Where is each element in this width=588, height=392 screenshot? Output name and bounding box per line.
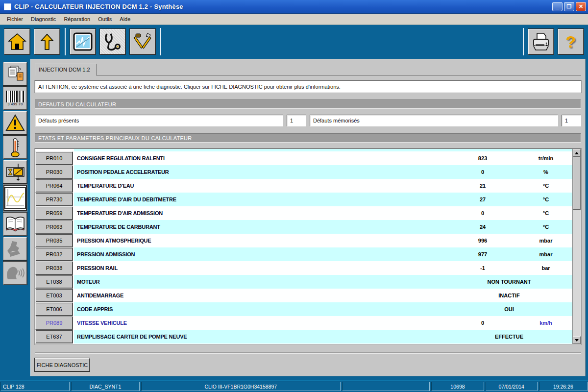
param-state-value: NON TOURNANT <box>446 279 572 285</box>
restore-button[interactable]: ❐ <box>564 2 574 11</box>
faults-memorized-field[interactable]: Défauts mémorisés <box>310 115 558 126</box>
param-code-button[interactable]: PR032 <box>35 247 73 261</box>
param-value: 0 <box>446 169 519 175</box>
param-row-pr035[interactable]: PR035PRESSION ATMOSPHERIQUE996mbar <box>35 234 572 247</box>
home-icon <box>8 33 26 50</box>
param-state-value: INACTIF <box>446 293 572 298</box>
param-code-button[interactable]: PR063 <box>35 220 73 234</box>
param-code-button[interactable]: PR038 <box>35 261 73 275</box>
thermometer-icon <box>8 138 23 157</box>
sidebar-barcode-button[interactable]: 3 499 70 <box>3 87 27 110</box>
menu-item-réparation[interactable]: Réparation <box>60 15 94 24</box>
param-code-button[interactable]: ET003 <box>35 289 73 302</box>
scroll-up-button[interactable] <box>573 149 581 157</box>
param-unit: % <box>519 169 572 175</box>
sidebar-actuator-button[interactable] <box>3 160 27 183</box>
special-tool-icon <box>5 239 25 259</box>
sidebar-manual-button[interactable] <box>3 213 27 236</box>
status-cell-2: CLIO III-VF1BR1G0H34158897 <box>141 382 341 391</box>
param-value: 27 <box>446 196 519 202</box>
param-label: TEMPERATURE DE CARBURANT <box>74 224 446 230</box>
close-button[interactable]: ✕ <box>576 2 586 11</box>
faults-row: Défauts présents 1 Défauts mémorisés 1 <box>35 115 581 126</box>
faults-present-field[interactable]: Défauts présents <box>35 115 283 126</box>
screens-button[interactable] <box>70 29 96 54</box>
param-code-button[interactable]: ET038 <box>35 275 73 289</box>
faults-memorized-count[interactable]: 1 <box>562 115 581 126</box>
sidebar-special-tool-button[interactable] <box>3 237 27 260</box>
status-bar: CLIP 128DIAC_SYNT1CLIO III-VF1BR1G0H3415… <box>0 380 588 392</box>
scrollbar-thumb[interactable] <box>573 157 581 210</box>
param-row-pr063[interactable]: PR063TEMPERATURE DE CARBURANT24°C <box>35 220 572 234</box>
param-row-et003[interactable]: ET003ANTIDEMARRAGEINACTIF <box>35 289 572 302</box>
fiche-diagnostic-button[interactable]: FICHE DIAGNOSTIC <box>35 358 90 371</box>
param-code-button[interactable]: PR010 <box>35 151 73 165</box>
param-row-pr089[interactable]: PR089VITESSE VEHICULE0km/h <box>35 316 572 330</box>
sidebar-documents-button[interactable] <box>3 62 27 85</box>
main-area: 3 499 70 <box>0 58 588 378</box>
sidebar-thermometer-button[interactable] <box>3 136 27 159</box>
menu-item-outils[interactable]: Outils <box>94 15 116 24</box>
param-code-button[interactable]: PR059 <box>35 206 73 220</box>
status-cell-3 <box>342 382 430 391</box>
minimize-button[interactable]: _ <box>552 2 563 11</box>
param-unit: °C <box>519 183 572 189</box>
app-icon <box>4 3 11 10</box>
sidebar-warning-button[interactable] <box>3 111 27 134</box>
sidebar-voice-button[interactable] <box>3 262 27 285</box>
param-row-pr064[interactable]: PR064TEMPERATURE D'EAU21°C <box>35 179 572 193</box>
diagnostic-button[interactable] <box>100 29 125 54</box>
sidebar-oscilloscope-button[interactable] <box>3 185 27 211</box>
param-row-pr038[interactable]: PR038PRESSION RAIL-1bar <box>35 261 572 275</box>
param-code-button[interactable]: PR089 <box>35 316 73 330</box>
param-code-button[interactable]: PR035 <box>35 234 73 247</box>
param-unit: mbar <box>519 251 572 257</box>
params-table: PR010CONSIGNE REGULATION RALENTI823tr/mi… <box>35 148 581 344</box>
param-row-pr010[interactable]: PR010CONSIGNE REGULATION RALENTI823tr/mi… <box>35 151 572 165</box>
param-unit: bar <box>519 265 572 271</box>
param-row-pr730[interactable]: PR730TEMPERATURE D'AIR DU DEBITMETRE27°C <box>35 193 572 206</box>
status-cell-5: 07/01/2014 <box>486 382 538 391</box>
documents-icon <box>6 65 24 83</box>
param-value: 24 <box>446 224 519 230</box>
toolbar-separator <box>523 28 524 55</box>
param-row-et038[interactable]: ET038MOTEURNON TOURNANT <box>35 275 572 289</box>
param-value: 977 <box>446 251 519 257</box>
print-button[interactable] <box>528 29 554 54</box>
param-row-pr030[interactable]: PR030POSITION PEDALE ACCELERATEUR0% <box>35 165 572 179</box>
menu-item-diagnostic[interactable]: Diagnostic <box>27 15 60 24</box>
param-code-button[interactable]: PR030 <box>35 165 73 179</box>
param-code-button[interactable]: PR064 <box>35 179 73 193</box>
param-code-button[interactable]: ET637 <box>35 330 73 343</box>
param-code-button[interactable]: ET006 <box>35 302 73 316</box>
help-button[interactable]: ? <box>558 29 584 54</box>
menu-item-fichier[interactable]: Fichier <box>3 15 27 24</box>
vertical-scrollbar[interactable] <box>572 149 581 344</box>
content-panel: INJECTION DCM 1.2 ATTENTION, ce système … <box>30 59 586 376</box>
param-label: PRESSION ADMISSION <box>74 251 446 257</box>
param-code-button[interactable]: PR730 <box>35 193 73 206</box>
faults-section-header: DEFAUTS DU CALCULATEUR <box>35 99 581 109</box>
repair-tools-button[interactable] <box>130 29 155 54</box>
home-button[interactable] <box>4 29 30 54</box>
faults-present-count[interactable]: 1 <box>287 115 306 126</box>
param-row-et637[interactable]: ET637REMPLISSAGE CARTER DE POMPE NEUVEEF… <box>35 330 572 343</box>
param-label: POSITION PEDALE ACCELERATEUR <box>74 169 446 175</box>
param-label: TEMPERATURE D'EAU <box>74 183 446 189</box>
param-unit: °C <box>519 210 572 216</box>
param-label: ANTIDEMARRAGE <box>74 293 446 298</box>
param-row-et006[interactable]: ET006CODE APPRISOUI <box>35 302 572 316</box>
up-level-button[interactable] <box>34 29 60 54</box>
warning-icon <box>5 114 25 132</box>
menu-item-aide[interactable]: Aide <box>116 15 134 24</box>
speaking-head-icon <box>5 265 25 282</box>
scrollbar-track[interactable] <box>573 210 581 336</box>
scroll-down-button[interactable] <box>573 336 581 344</box>
param-row-pr032[interactable]: PR032PRESSION ADMISSION977mbar <box>35 247 572 261</box>
param-row-pr059[interactable]: PR059TEMPERATURE D'AIR ADMISSION0°C <box>35 206 572 220</box>
tab-injection-dcm[interactable]: INJECTION DCM 1.2 <box>35 64 97 76</box>
param-label: PRESSION RAIL <box>74 265 446 271</box>
param-value: 0 <box>446 210 519 216</box>
param-label: TEMPERATURE D'AIR DU DEBITMETRE <box>74 196 446 202</box>
barcode-icon <box>6 91 24 102</box>
